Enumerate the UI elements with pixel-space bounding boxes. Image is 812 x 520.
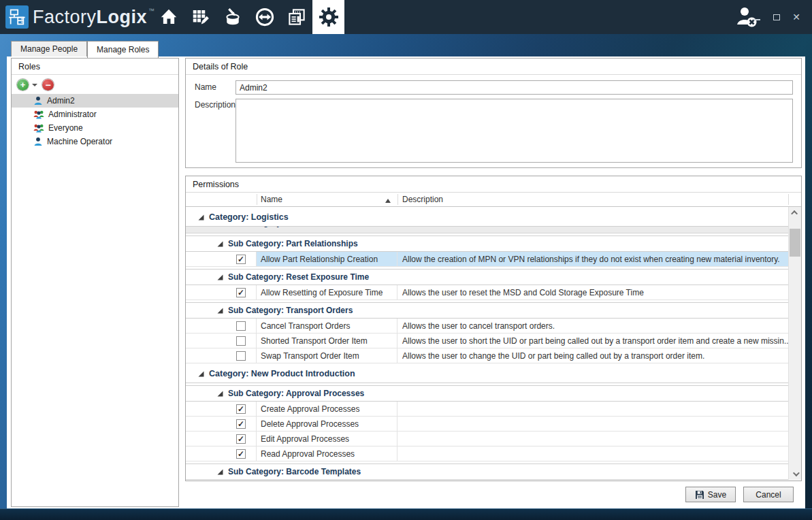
checkbox-unchecked[interactable] xyxy=(236,321,246,331)
scrollbar-thumb[interactable] xyxy=(790,229,800,257)
brand-logix: Logix xyxy=(97,7,148,28)
permission-checkbox-cell: ✓ xyxy=(186,432,257,446)
permission-row[interactable]: Swap Transport Order ItemAllows the user… xyxy=(186,348,788,363)
sort-ascending-icon xyxy=(385,199,391,203)
add-role-dropdown-icon[interactable] xyxy=(32,84,37,86)
permission-description xyxy=(397,432,788,446)
permission-row[interactable]: ✓Edit Approval Processes xyxy=(186,432,788,446)
role-item-label: Administrator xyxy=(48,110,97,119)
group-expander-icon[interactable] xyxy=(198,371,204,377)
role-item-admin2[interactable]: Admin2 xyxy=(12,94,178,108)
category-row[interactable]: Category: New Product Introduction xyxy=(186,365,788,383)
tab-manage-people[interactable]: Manage People xyxy=(11,41,87,56)
group-label: Sub Category: Part Relationships xyxy=(228,239,358,248)
details-panel-title: Details of Role xyxy=(186,59,801,75)
column-separator[interactable] xyxy=(397,194,398,205)
main-nav xyxy=(152,0,344,34)
checkbox-checked[interactable]: ✓ xyxy=(236,288,246,297)
add-role-button[interactable]: + xyxy=(17,79,29,91)
permission-row[interactable]: ✓Allow Part Relationship CreationAllow t… xyxy=(186,252,788,267)
permission-name: Delete Approval Processes xyxy=(257,417,397,431)
checkbox-checked[interactable]: ✓ xyxy=(236,449,246,459)
column-separator[interactable] xyxy=(257,194,257,205)
role-item-label: Everyone xyxy=(48,123,83,133)
permission-description: Allows the user to cancel transport orde… xyxy=(397,319,788,333)
group-expander-icon[interactable] xyxy=(217,308,223,314)
permission-row[interactable]: ✓Delete Approval Processes xyxy=(186,417,788,432)
permission-name: Allow Resetting of Exposure Time xyxy=(257,285,397,299)
permissions-rows: Category: LogisticsSub Category:Sub Cate… xyxy=(186,207,788,480)
scroll-down-icon[interactable] xyxy=(789,468,801,480)
permission-description: Allows the user to reset the MSD and Col… xyxy=(397,285,788,299)
group-label: Sub Category: xyxy=(228,227,284,227)
subcategory-row[interactable]: Sub Category: Transport Orders xyxy=(186,302,788,319)
checkbox-unchecked[interactable] xyxy=(236,336,246,346)
role-item-everyone[interactable]: Everyone xyxy=(12,121,178,135)
column-header-name[interactable]: Name xyxy=(261,195,282,204)
permissions-panel: Permissions Name Description Category: L… xyxy=(185,176,802,481)
permission-name: Edit Approval Processes xyxy=(257,432,397,446)
home-icon[interactable] xyxy=(152,0,184,34)
remove-role-button[interactable]: − xyxy=(42,79,54,91)
checkbox-checked[interactable]: ✓ xyxy=(236,434,246,444)
role-item-administrator[interactable]: Administrator xyxy=(12,108,178,121)
group-role-icon xyxy=(33,110,44,119)
role-name-input[interactable] xyxy=(236,80,793,95)
user-role-icon xyxy=(33,137,43,146)
documents-icon[interactable] xyxy=(280,0,312,34)
permission-row[interactable]: ✓Allow Resetting of Exposure TimeAllows … xyxy=(186,285,788,300)
subcategory-row[interactable]: Sub Category: Approval Processes xyxy=(186,385,788,402)
column-header-description[interactable]: Description xyxy=(402,195,443,204)
permission-checkbox-cell xyxy=(186,334,257,348)
group-expander-icon[interactable] xyxy=(217,241,223,247)
materials-icon[interactable] xyxy=(216,0,248,34)
name-label: Name xyxy=(195,82,216,92)
role-item-machine-operator[interactable]: Machine Operator xyxy=(12,135,178,148)
vertical-scrollbar[interactable] xyxy=(788,207,801,480)
permission-name: Swap Transport Order Item xyxy=(257,348,397,363)
close-button[interactable]: ✕ xyxy=(792,12,801,22)
cancel-button[interactable]: Cancel xyxy=(743,487,794,502)
group-label: Sub Category: Barcode Templates xyxy=(228,467,361,476)
checkbox-unchecked[interactable] xyxy=(236,351,246,361)
scroll-up-icon[interactable] xyxy=(789,207,801,218)
subcategory-row[interactable]: Sub Category: Reset Exposure Time xyxy=(186,269,788,285)
permissions-column-headers: Name Description xyxy=(186,193,801,207)
subcategory-row[interactable]: Sub Category: Part Relationships xyxy=(186,235,788,252)
user-role-icon xyxy=(33,96,43,105)
factorylogix-logo-icon xyxy=(5,5,29,29)
permission-description: Allows the user to short the UID or part… xyxy=(397,334,788,348)
tab-manage-roles[interactable]: Manage Roles xyxy=(87,41,159,58)
checkbox-checked[interactable]: ✓ xyxy=(236,419,246,429)
permission-description: Allow the creation of MPN or VPN relatio… xyxy=(397,252,788,266)
clipped-row[interactable]: Sub Category: xyxy=(186,227,788,233)
group-expander-icon[interactable] xyxy=(198,214,204,221)
subcategory-row[interactable]: Sub Category: Barcode Templates xyxy=(186,464,788,480)
settings-gear-icon[interactable] xyxy=(312,0,344,34)
description-label: Description xyxy=(195,100,236,110)
titlebar: FactoryLogix™ xyxy=(0,0,812,34)
role-details-panel: Details of Role Name Description xyxy=(185,58,802,168)
checkbox-checked[interactable]: ✓ xyxy=(236,404,246,414)
permission-row[interactable]: Shorted Transport Order ItemAllows the u… xyxy=(186,334,788,348)
permission-description: Allows the user to change the UID or par… xyxy=(397,348,788,363)
permission-row[interactable]: ✓Create Approval Processes xyxy=(186,402,788,417)
group-expander-icon[interactable] xyxy=(217,274,223,280)
save-floppy-icon xyxy=(695,490,704,500)
save-button[interactable]: Save xyxy=(685,487,736,502)
group-label: Category: New Product Introduction xyxy=(209,369,355,378)
group-expander-icon[interactable] xyxy=(217,391,223,397)
group-expander-icon[interactable] xyxy=(217,469,223,475)
minimize-button[interactable] xyxy=(752,12,762,22)
roles-toolbar: + − xyxy=(12,75,178,94)
group-label: Sub Category: Transport Orders xyxy=(228,306,353,315)
transfer-icon[interactable] xyxy=(248,0,280,34)
role-description-textarea[interactable] xyxy=(236,99,793,163)
checkbox-checked[interactable]: ✓ xyxy=(236,255,246,264)
permission-row[interactable]: ✓Read Approval Processes xyxy=(186,446,788,461)
permission-name: Allow Part Relationship Creation xyxy=(257,252,397,266)
production-grid-icon[interactable] xyxy=(184,0,216,34)
category-row[interactable]: Category: Logistics xyxy=(186,208,788,227)
maximize-button[interactable] xyxy=(772,12,781,22)
permission-row[interactable]: Cancel Transport OrdersAllows the user t… xyxy=(186,319,788,334)
